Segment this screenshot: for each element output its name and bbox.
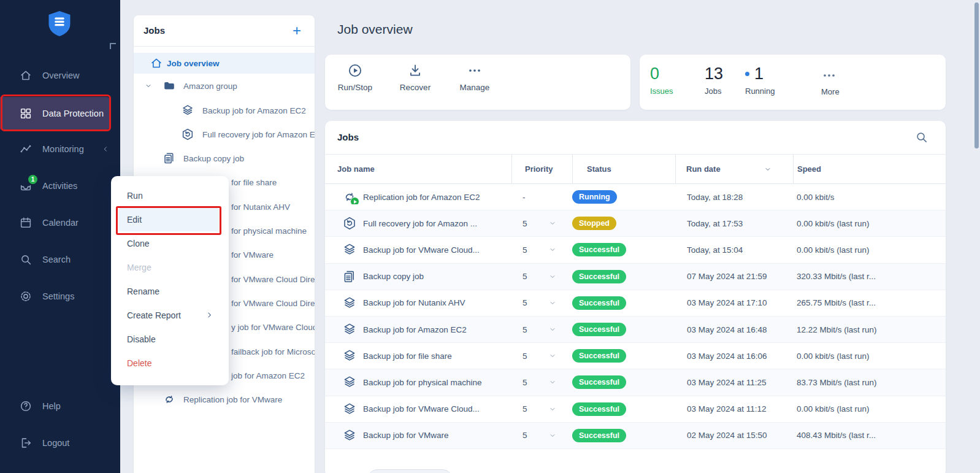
toolbar-button-recover[interactable]: Recover — [389, 63, 442, 92]
sidebar-item-monitoring[interactable]: Monitoring — [0, 136, 120, 163]
tree-item-full-recovery-job-for-amazon-e[interactable]: Full recovery job for Amazon E — [134, 125, 315, 144]
context-menu-item-disable[interactable]: Disable — [118, 328, 219, 351]
speed-cell: 12.22 Mbit/s (last run) — [793, 325, 946, 334]
sort-chevron-icon[interactable] — [764, 165, 772, 174]
table-row[interactable]: Backup job for VMware Cloud...5Successfu… — [325, 237, 946, 263]
run-date-value: Today, at 15:04 — [687, 245, 743, 255]
pager-control-partial[interactable] — [367, 469, 453, 473]
add-job-button[interactable]: + — [288, 21, 306, 40]
speed-value: 320.33 Mbit/s (last r... — [797, 272, 876, 281]
sidebar-item-logout[interactable]: Logout — [0, 429, 120, 456]
toolbar-button-manage[interactable]: Manage — [448, 63, 501, 92]
priority-cell: 5 — [511, 245, 572, 255]
sidebar-item-settings[interactable]: Settings — [0, 283, 120, 310]
table-row[interactable]: Backup job for Amazon EC25Successful03 M… — [325, 317, 946, 343]
stat-label: Jobs — [705, 87, 723, 96]
table-row[interactable]: Backup job for VMware Cloud...5Successfu… — [325, 396, 946, 423]
run-date-value: 03 May 2024 at 11:12 — [687, 404, 767, 413]
vertical-scrollbar-thumb[interactable] — [974, 2, 979, 148]
context-menu-item-label: Disable — [127, 334, 156, 344]
context-menu-item-run[interactable]: Run — [118, 184, 219, 207]
app-logo-shield-icon — [47, 9, 72, 38]
tree-item-label: for VMware Cloud Direc — [231, 299, 315, 308]
job-name-label: Backup copy job — [363, 272, 424, 281]
tree-item-backup-job-for-amazon-ec2[interactable]: Backup job for Amazon EC2 — [134, 101, 315, 120]
priority-cell: 5 — [511, 404, 572, 413]
home-icon — [150, 56, 163, 70]
status-cell: Running — [572, 190, 675, 204]
priority-value: 5 — [523, 298, 527, 307]
table-row[interactable]: Backup job for physical machine5Successf… — [325, 369, 946, 396]
sidebar-item-calendar[interactable]: Calendar — [0, 209, 120, 236]
toolbar-button-label: Manage — [448, 83, 501, 92]
status-badge: Successful — [572, 402, 626, 416]
speed-cell: 0.00 kbit/s (last run) — [793, 245, 946, 255]
job-name-label: Backup job for Amazon EC2 — [363, 325, 467, 334]
run-date-cell: 03 May 2024 at 16:48 — [675, 325, 793, 334]
search-icon[interactable] — [914, 130, 928, 144]
status-cell: Successful — [572, 349, 675, 363]
chevron-down-icon[interactable] — [144, 82, 153, 90]
priority-dropdown-chevron-icon[interactable] — [548, 272, 557, 281]
run-date-cell: Today, at 15:04 — [675, 245, 793, 255]
status-cell: Successful — [572, 296, 675, 310]
sidebar-item-help[interactable]: Help — [0, 393, 120, 420]
sidebar-collapse-corner-icon[interactable] — [110, 43, 116, 49]
table-row[interactable]: Backup job for VMware5Successful02 May 2… — [325, 423, 946, 449]
stat-label: Issues — [650, 87, 673, 96]
context-menu-item-create-report[interactable]: Create Report — [118, 304, 219, 327]
priority-dropdown-chevron-icon[interactable] — [548, 352, 557, 360]
tree-item-label: Amazon group — [183, 82, 237, 91]
sidebar-item-label: Calendar — [42, 218, 78, 228]
priority-dropdown-chevron-icon[interactable] — [548, 245, 557, 254]
table-row[interactable]: Backup job for Nutanix AHV5Successful03 … — [325, 290, 946, 317]
tree-item-label: for file share — [231, 178, 277, 187]
table-row[interactable]: Full recovery job for Amazon ...5Stopped… — [325, 210, 946, 237]
run-date-cell: Today, at 18:28 — [675, 193, 793, 202]
job-name-cell: Backup job for Amazon EC2 — [325, 322, 511, 337]
running-play-badge-icon — [350, 197, 359, 204]
priority-dropdown-chevron-icon[interactable] — [548, 431, 557, 440]
table-row[interactable]: Replication job for Amazon EC2-RunningTo… — [325, 184, 946, 210]
tree-item-replication-job-for-vmware[interactable]: Replication job for VMware — [134, 390, 315, 409]
sidebar-item-search[interactable]: Search — [0, 246, 120, 273]
run-date-cell: 03 May 2024 at 11:25 — [675, 378, 793, 387]
more-ellipsis-icon — [821, 67, 837, 83]
priority-dropdown-chevron-icon[interactable] — [548, 378, 557, 386]
table-row[interactable]: Backup copy job5Successful07 May 2024 at… — [325, 264, 946, 290]
stat-more[interactable]: More — [821, 62, 840, 96]
sidebar-item-activities[interactable]: 1Activities — [0, 172, 120, 199]
priority-dropdown-chevron-icon[interactable] — [548, 405, 557, 413]
column-header-status[interactable]: Status — [572, 155, 675, 183]
job-name-label: Backup job for VMware Cloud... — [363, 404, 480, 413]
column-header-speed[interactable]: Speed — [793, 155, 946, 183]
sidebar-item-overview[interactable]: Overview — [0, 62, 120, 89]
tree-item-amazon-group[interactable]: Amazon group — [134, 77, 315, 95]
priority-value: - — [523, 193, 526, 202]
divider — [134, 46, 315, 47]
status-cell: Stopped — [572, 217, 675, 230]
speed-value: 12.22 Mbit/s (last run) — [797, 325, 877, 334]
priority-dropdown-chevron-icon[interactable] — [548, 299, 557, 307]
column-header-job-name[interactable]: Job name — [325, 155, 511, 183]
context-menu-item-clone[interactable]: Clone — [118, 232, 219, 255]
column-header-priority[interactable]: Priority — [511, 155, 572, 183]
context-menu-item-edit[interactable]: Edit — [118, 208, 219, 231]
status-badge: Successful — [572, 296, 626, 310]
speed-cell: 0.00 kbit/s (last run) — [793, 219, 946, 228]
column-header-run-date[interactable]: Run date — [675, 155, 793, 183]
context-menu-item-rename[interactable]: Rename — [118, 280, 219, 303]
priority-dropdown-chevron-icon[interactable] — [548, 219, 557, 228]
context-menu-item-delete[interactable]: Delete — [118, 352, 219, 375]
table-row[interactable]: Backup job for file share5Successful03 M… — [325, 343, 946, 369]
speed-value: 0.00 kbit/s (last run) — [797, 219, 870, 228]
tree-item-backup-copy-job[interactable]: Backup copy job — [134, 149, 315, 167]
backup-job-icon — [342, 348, 357, 363]
tree-item-job-overview[interactable]: Job overview — [134, 53, 315, 74]
priority-dropdown-chevron-icon[interactable] — [548, 325, 557, 334]
context-menu-item-label: Create Report — [127, 310, 181, 320]
speed-cell: 408.43 Mbit/s (last r... — [793, 431, 946, 440]
sidebar-item-data-protection[interactable]: Data Protection — [0, 97, 110, 129]
speed-cell: 83.73 Mbit/s (last run) — [793, 378, 946, 387]
toolbar-button-run-stop[interactable]: Run/Stop — [329, 63, 381, 92]
